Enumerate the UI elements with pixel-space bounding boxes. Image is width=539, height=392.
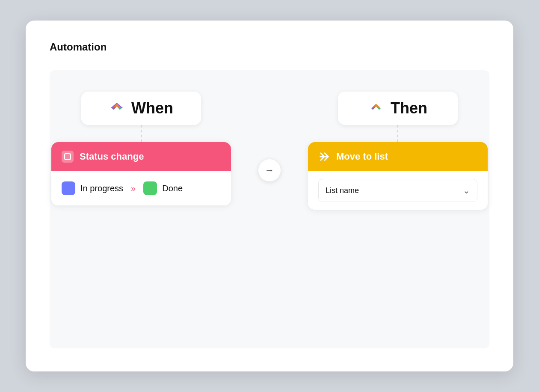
columns-wrapper: When Status change In progress xyxy=(75,92,464,210)
action-card[interactable]: Move to list List name ⌄ xyxy=(308,142,488,210)
then-column: Then Move to list xyxy=(308,92,488,210)
then-connector-line xyxy=(397,125,398,142)
action-label: Move to list xyxy=(336,151,388,162)
action-header: Move to list xyxy=(308,142,488,171)
trigger-header: Status change xyxy=(51,142,231,171)
from-status-dot xyxy=(62,181,75,195)
arrow-icon: → xyxy=(265,165,274,176)
when-header-pill: When xyxy=(81,92,201,125)
status-change-icon xyxy=(62,151,74,163)
to-status-dot xyxy=(143,181,157,195)
when-label: When xyxy=(131,99,173,117)
list-name-dropdown[interactable]: List name ⌄ xyxy=(318,179,477,202)
from-status-label: In progress xyxy=(80,184,123,193)
center-arrow-wrap: → xyxy=(258,159,281,181)
to-status-label: Done xyxy=(162,184,183,193)
trigger-card[interactable]: Status change In progress » Done xyxy=(51,142,231,205)
canvas-area: When Status change In progress xyxy=(50,70,489,348)
center-arrow-circle: → xyxy=(258,159,281,181)
page-title: Automation xyxy=(50,41,489,53)
clickup-logo-when xyxy=(109,101,124,116)
list-name-text: List name xyxy=(326,186,359,195)
clickup-logo-then xyxy=(368,101,384,116)
double-arrow-icon: » xyxy=(131,184,136,193)
main-card: Automation xyxy=(26,21,513,371)
trigger-body: In progress » Done xyxy=(51,171,231,205)
when-column: When Status change In progress xyxy=(51,92,231,205)
when-connector-line xyxy=(141,125,142,142)
then-header-pill: Then xyxy=(338,92,458,125)
action-body: List name ⌄ xyxy=(308,171,488,210)
chevron-down-icon: ⌄ xyxy=(463,185,470,196)
then-label: Then xyxy=(391,99,427,117)
trigger-label: Status change xyxy=(80,151,144,162)
move-to-list-icon xyxy=(318,151,330,163)
